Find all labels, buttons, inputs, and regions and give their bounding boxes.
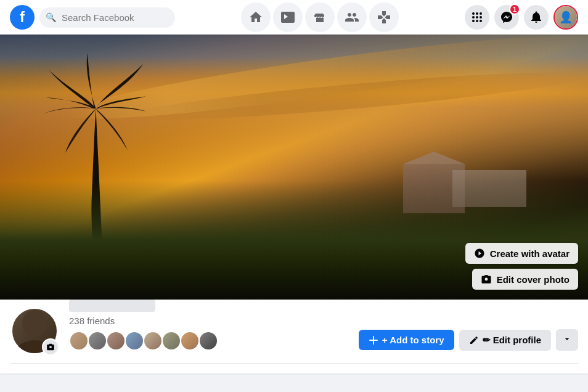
home-icon	[248, 10, 263, 25]
gaming-icon	[377, 10, 391, 25]
profile-avatar-container	[10, 306, 59, 356]
profile-top: 238 friends + Add	[10, 300, 578, 364]
profile-avatar-camera-button[interactable]	[42, 338, 59, 356]
camera-icon	[481, 274, 492, 285]
edit-cover-label: Edit cover photo	[497, 274, 570, 285]
store-icon	[312, 10, 327, 25]
user-avatar-image: 👤	[555, 6, 577, 28]
svg-point-6	[472, 20, 475, 22]
add-to-story-button[interactable]: + Add to story	[359, 330, 454, 350]
marketplace-tab[interactable]	[305, 2, 335, 32]
edit-cover-photo-button[interactable]: Edit cover photo	[472, 269, 578, 290]
svg-point-1	[476, 12, 478, 15]
svg-point-8	[480, 20, 482, 22]
svg-point-0	[472, 12, 475, 15]
search-wrapper: 🔍	[39, 7, 175, 28]
menu-button[interactable]	[465, 5, 489, 30]
svg-point-9	[22, 310, 47, 337]
navbar: f 🔍	[0, 0, 588, 35]
friend-avatar-7	[180, 331, 200, 351]
cover-photo: Create with avatar Edit cover photo	[0, 35, 588, 300]
user-avatar-nav[interactable]: 👤	[553, 5, 578, 30]
more-options-button[interactable]	[556, 329, 578, 351]
chevron-down-icon	[562, 334, 572, 344]
search-input[interactable]	[39, 7, 175, 28]
svg-point-4	[476, 16, 478, 18]
svg-point-2	[480, 12, 482, 15]
notifications-icon	[530, 11, 542, 23]
profile-section: 238 friends + Add	[0, 300, 588, 374]
building-silhouette-2	[452, 170, 526, 207]
friends-avatars-row	[69, 331, 349, 351]
nav-right: 1 👤	[465, 5, 578, 30]
plus-icon	[369, 335, 378, 345]
edit-profile-button[interactable]: ✏ Edit profile	[459, 330, 552, 351]
svg-point-5	[480, 16, 482, 18]
avatar-icon	[474, 248, 485, 259]
cover-photo-actions: Create with avatar Edit cover photo	[465, 243, 578, 290]
profile-info: 238 friends	[69, 300, 349, 356]
camera-small-icon	[46, 343, 55, 351]
nav-left: f 🔍	[10, 5, 175, 30]
pencil-icon	[469, 335, 479, 345]
profile-actions: + Add to story ✏ Edit profile	[359, 329, 578, 356]
friend-avatar-4	[125, 331, 144, 351]
add-to-story-label: + Add to story	[382, 335, 444, 345]
notifications-button[interactable]	[524, 5, 549, 30]
video-icon	[280, 10, 295, 25]
menu-icon	[471, 11, 483, 23]
home-tab[interactable]	[241, 2, 271, 32]
page-content: Create with avatar Edit cover photo	[0, 35, 588, 374]
groups-tab[interactable]	[337, 2, 367, 32]
messenger-badge: 1	[509, 4, 520, 15]
gaming-tab[interactable]	[369, 2, 399, 32]
friend-avatar-3	[106, 331, 126, 351]
svg-point-3	[472, 16, 475, 18]
friend-avatar-1	[69, 331, 89, 351]
profile-name-blur	[69, 300, 155, 312]
messenger-button[interactable]: 1	[494, 5, 519, 30]
search-icon: 🔍	[46, 12, 56, 22]
cover-photo-container: Create with avatar Edit cover photo	[0, 35, 588, 300]
facebook-logo: f	[10, 5, 35, 30]
nav-center	[241, 2, 399, 32]
friends-count: 238 friends	[69, 316, 349, 326]
create-avatar-label: Create with avatar	[490, 248, 570, 259]
groups-icon	[345, 10, 359, 25]
svg-point-7	[476, 20, 478, 22]
create-with-avatar-button[interactable]: Create with avatar	[465, 243, 578, 264]
friend-avatar-6	[161, 331, 181, 351]
friend-avatar-5	[143, 331, 163, 351]
friend-avatar-8	[198, 331, 218, 351]
edit-profile-label: ✏ Edit profile	[483, 335, 542, 346]
video-tab[interactable]	[273, 2, 303, 32]
friend-avatar-2	[88, 331, 107, 351]
